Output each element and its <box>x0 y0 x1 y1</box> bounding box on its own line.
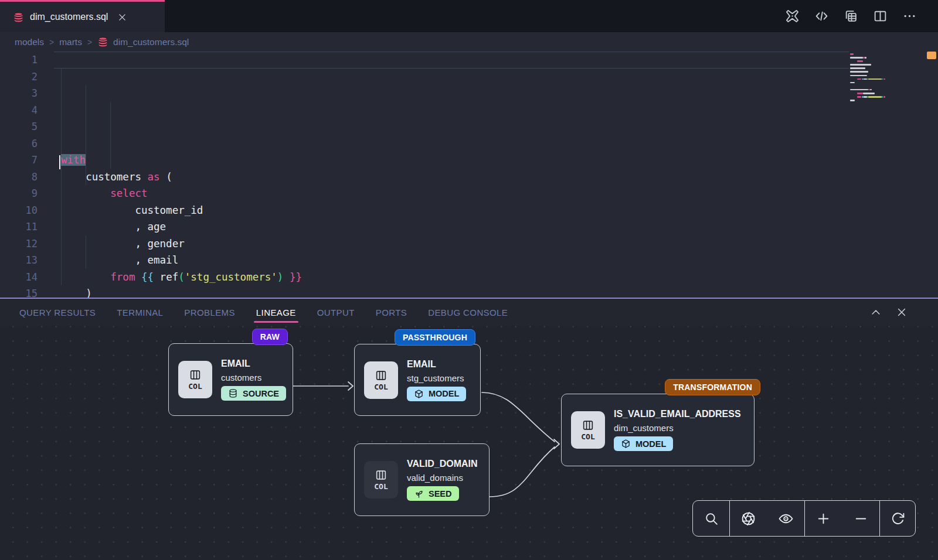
code-line: customer_id <box>61 202 938 219</box>
panel-tab-query-results[interactable]: QUERY RESULTS <box>9 299 106 326</box>
close-panel-icon[interactable] <box>896 306 908 318</box>
code-token: customer_id <box>61 204 203 216</box>
panel-tab-problems[interactable]: PROBLEMS <box>174 299 246 326</box>
lineage-node-dim_customers[interactable]: TRANSFORMATION COL IS_VALID_EMAIL_ADDRES… <box>561 394 755 466</box>
code-token: }} <box>290 271 302 283</box>
tab-bar: dim_customers.sql <box>0 0 938 32</box>
code-line: , age <box>61 218 938 235</box>
code-token <box>283 271 290 283</box>
node-column-name: IS_VALID_EMAIL_ADDRESS <box>614 409 741 419</box>
code-token: with <box>61 154 86 166</box>
code-token: {{ <box>141 271 154 283</box>
code-token: customers <box>61 171 148 183</box>
panel-tab-debug-console[interactable]: DEBUG CONSOLE <box>417 299 518 326</box>
lineage-node-stg_customers[interactable]: PASSTHROUGH COL EMAIL stg_customers MODE… <box>354 344 481 416</box>
line-number: 5 <box>0 118 38 135</box>
panel-tab-ports[interactable]: PORTS <box>365 299 417 326</box>
panel-tab-terminal[interactable]: TERMINAL <box>106 299 174 326</box>
code-area[interactable]: with customers as ( select customer_id ,… <box>61 52 938 298</box>
breadcrumb-item-models[interactable]: models <box>15 37 44 47</box>
code-token <box>61 271 110 283</box>
code-token <box>135 271 141 283</box>
lineage-node-valid_domains[interactable]: COL VALID_DOMAIN valid_domains SEED <box>354 443 490 516</box>
database-icon <box>228 388 238 398</box>
editor-tab-dim-customers[interactable]: dim_customers.sql <box>0 0 165 32</box>
column-chip: COL <box>364 361 398 399</box>
cube-icon <box>621 439 631 449</box>
code-line: ) <box>61 285 938 298</box>
copy-table-icon[interactable] <box>844 9 858 23</box>
code-token: ( <box>160 171 172 183</box>
node-model-name: customers <box>221 373 283 383</box>
node-model-name: dim_customers <box>614 423 741 433</box>
node-type-badge: SEED <box>407 486 459 501</box>
code-token: , email <box>61 254 178 266</box>
code-token: ) <box>277 271 284 283</box>
line-number: 3 <box>0 85 38 102</box>
code-token: ) <box>61 288 92 298</box>
line-number: 11 <box>0 218 38 235</box>
more-actions-icon[interactable] <box>902 9 917 23</box>
eye-icon[interactable] <box>779 511 793 526</box>
code-token: 'stg_customers' <box>185 271 277 283</box>
breadcrumb-separator: > <box>87 37 92 47</box>
panel-actions <box>870 299 908 326</box>
code-token: from <box>110 271 135 283</box>
code-editor[interactable]: 123456789101112131415 with customers as … <box>0 52 938 298</box>
panel-tab-lineage[interactable]: LINEAGE <box>246 299 307 326</box>
breadcrumb-item-file[interactable]: dim_customers.sql <box>97 36 189 47</box>
bottom-panel-header: QUERY RESULTSTERMINALPROBLEMSLINEAGEOUTP… <box>0 298 938 326</box>
column-chip: COL <box>571 411 605 449</box>
lineage-node-customers[interactable]: RAW COL EMAIL customers SOURCE <box>168 343 293 416</box>
zoom-in-icon[interactable] <box>816 511 831 526</box>
code-line: , gender <box>61 235 938 252</box>
code-token: as <box>148 171 160 183</box>
code-token: ( <box>178 271 185 283</box>
tab-close-icon[interactable] <box>117 12 127 22</box>
code-line: , email <box>61 252 938 269</box>
node-tag-badge: PASSTHROUGH <box>395 329 475 346</box>
titlebar-actions <box>785 0 917 32</box>
split-editor-icon[interactable] <box>873 9 888 23</box>
node-model-name: stg_customers <box>407 373 466 383</box>
line-number: 12 <box>0 235 38 252</box>
node-tag-badge: TRANSFORMATION <box>665 379 760 395</box>
chevron-up-icon[interactable] <box>870 306 882 318</box>
line-number: 14 <box>0 269 38 286</box>
aperture-icon[interactable] <box>741 511 756 526</box>
minimap-marker <box>927 52 936 59</box>
search-icon[interactable] <box>704 511 719 526</box>
code-token: , age <box>61 221 166 233</box>
lineage-toolbar <box>692 500 916 537</box>
code-line: from {{ ref('stg_customers') }} <box>61 269 938 286</box>
line-number: 15 <box>0 285 38 298</box>
node-tag-badge: RAW <box>252 329 288 345</box>
line-number: 6 <box>0 135 38 152</box>
line-number-gutter: 123456789101112131415 <box>0 52 38 298</box>
refresh-icon[interactable] <box>891 511 905 526</box>
line-number: 9 <box>0 185 38 202</box>
code-icon[interactable] <box>814 9 829 23</box>
line-number: 2 <box>0 69 38 86</box>
dbt-logo-icon[interactable] <box>785 9 800 23</box>
zoom-out-icon[interactable] <box>854 511 868 526</box>
panel-tab-output[interactable]: OUTPUT <box>307 299 365 326</box>
node-type-badge: MODEL <box>407 387 466 401</box>
columns-icon <box>375 369 388 382</box>
lineage-canvas[interactable]: RAW COL EMAIL customers SOURCEPASSTHROUG… <box>0 326 938 560</box>
line-number: 13 <box>0 252 38 269</box>
minimap[interactable] <box>850 53 925 107</box>
code-token: select <box>110 187 147 199</box>
column-chip: COL <box>178 361 212 398</box>
code-token <box>61 187 110 199</box>
code-line: customers as ( <box>61 169 938 186</box>
columns-icon <box>189 368 202 381</box>
line-number: 7 <box>0 152 38 169</box>
breadcrumb: models > marts > dim_customers.sql <box>0 32 938 52</box>
breadcrumb-item-marts[interactable]: marts <box>59 37 82 47</box>
node-type-badge: MODEL <box>614 436 673 451</box>
current-line-highlight <box>54 52 849 69</box>
code-token: ref <box>154 271 178 283</box>
columns-icon <box>582 419 594 432</box>
seedling-icon <box>414 489 424 498</box>
